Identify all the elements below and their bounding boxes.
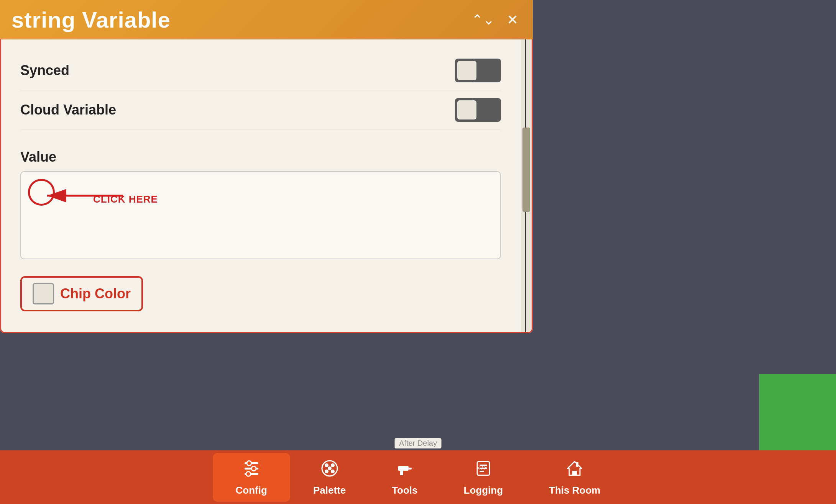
cloud-variable-toggle[interactable] [455,98,501,122]
annotation-area: CLICK HERE [20,171,501,261]
click-here-label: CLICK HERE [93,193,158,205]
value-label: Value [20,149,501,165]
value-section: Value CLICK HERE [1,141,520,268]
chip-color-section: Chip Color [1,268,532,323]
panel-title: string Variable [11,7,171,33]
tools-icon [395,458,415,481]
nav-label-palette: Palette [313,484,346,496]
settings-area: Synced Cloud Variable [1,39,520,141]
chip-color-label: Chip Color [60,286,131,302]
bottom-nav: Config Palette Tools [0,450,836,504]
svg-point-10 [331,463,335,467]
scrollbar-thumb[interactable] [522,128,530,212]
nav-label-tools: Tools [392,484,417,496]
svg-point-7 [246,471,251,476]
header-controls: ⌃⌄ ✕ [468,11,521,28]
expand-collapse-button[interactable]: ⌃⌄ [468,11,498,28]
palette-icon [320,458,340,481]
cloud-variable-row: Cloud Variable [20,90,501,130]
this-room-icon [565,458,585,481]
svg-point-11 [325,470,328,473]
config-icon [241,458,261,481]
nav-item-logging[interactable]: </> Logging [441,453,526,502]
nav-item-tools[interactable]: Tools [369,453,440,502]
nav-label-config: Config [236,484,267,496]
svg-point-6 [251,466,256,471]
cloud-variable-toggle-knob [457,100,476,119]
chip-color-swatch [33,283,54,304]
scrollbar-track[interactable] [521,39,532,332]
cloud-variable-label: Cloud Variable [20,102,116,118]
chip-color-button[interactable]: Chip Color [20,276,143,311]
panel-header: string Variable ⌃⌄ ✕ [0,0,533,39]
logging-icon: </> [473,458,493,481]
nav-label-logging: Logging [464,484,503,496]
after-delay-label: After Delay [394,438,442,448]
svg-point-12 [331,470,335,473]
nav-item-this-room[interactable]: This Room [526,453,623,502]
svg-text:</>: </> [476,464,488,471]
svg-rect-16 [400,471,403,475]
green-panel-preview [759,374,836,450]
svg-point-13 [328,466,332,470]
click-circle-annotation [28,179,55,206]
close-button[interactable]: ✕ [504,11,521,28]
panel-body: Synced Cloud Variable Value [0,39,533,333]
svg-rect-15 [406,468,412,470]
synced-row: Synced [20,51,501,90]
synced-toggle[interactable] [455,59,501,82]
svg-rect-23 [572,471,577,475]
svg-rect-24 [576,462,578,467]
nav-item-config[interactable]: Config [213,453,290,502]
nav-label-this-room: This Room [549,484,600,496]
svg-point-5 [247,461,251,465]
synced-toggle-knob [457,61,476,80]
svg-point-9 [325,463,328,467]
main-panel: string Variable ⌃⌄ ✕ Synced Cloud Variab… [0,0,533,333]
synced-label: Synced [20,62,69,79]
value-textarea[interactable] [20,171,501,259]
nav-item-palette[interactable]: Palette [290,453,369,502]
